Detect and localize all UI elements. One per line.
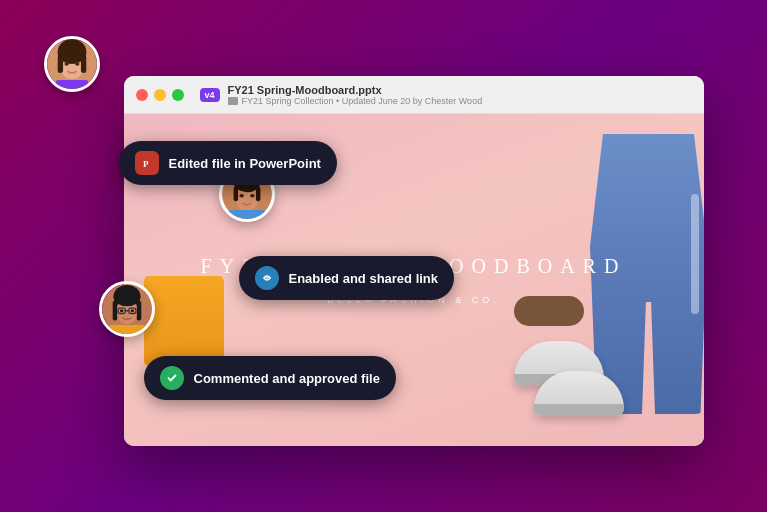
svg-rect-30	[109, 325, 145, 334]
svg-point-22	[113, 287, 140, 307]
svg-point-17	[250, 194, 254, 198]
svg-rect-5	[57, 55, 62, 73]
pill-comment-label: Commented and approved file	[194, 371, 380, 386]
tab-filename: FY21 Spring-Moodboard.pptx	[228, 84, 483, 96]
svg-point-16	[239, 194, 243, 198]
svg-point-29	[130, 309, 134, 312]
svg-rect-18	[229, 210, 265, 219]
link-icon	[255, 266, 279, 290]
pill-link: Enabled and shared link	[239, 256, 455, 300]
svg-rect-24	[136, 301, 140, 321]
svg-text:P: P	[143, 159, 149, 169]
tab-breadcrumb: FY21 Spring Collection • Updated June 20…	[228, 96, 483, 106]
avatar-woman-2	[99, 281, 155, 337]
pill-powerpoint-label: Edited file in PowerPoint	[169, 156, 321, 171]
tab-title-group: FY21 Spring-Moodboard.pptx FY21 Spring C…	[228, 84, 483, 106]
pill-powerpoint: P Edited file in PowerPoint	[119, 141, 337, 185]
traffic-light-green[interactable]	[172, 89, 184, 101]
svg-rect-6	[80, 55, 85, 73]
svg-rect-0	[228, 97, 238, 105]
sneaker-decoration	[514, 341, 624, 416]
browser-tab-info: v4 FY21 Spring-Moodboard.pptx FY21 Sprin…	[200, 84, 483, 106]
version-badge: v4	[200, 88, 220, 102]
traffic-light-yellow[interactable]	[154, 89, 166, 101]
svg-point-8	[75, 62, 79, 66]
svg-rect-14	[233, 187, 237, 201]
browser-titlebar: v4 FY21 Spring-Moodboard.pptx FY21 Sprin…	[124, 76, 704, 114]
svg-point-7	[64, 62, 68, 66]
scene-container: v4 FY21 Spring-Moodboard.pptx FY21 Sprin…	[44, 36, 724, 476]
svg-rect-9	[55, 80, 87, 89]
pill-link-label: Enabled and shared link	[289, 271, 439, 286]
powerpoint-icon: P	[135, 151, 159, 175]
checkmark-icon	[160, 366, 184, 390]
traffic-light-red[interactable]	[136, 89, 148, 101]
svg-point-28	[119, 309, 123, 312]
avatar-woman-1	[44, 36, 100, 92]
svg-rect-15	[255, 187, 259, 201]
pill-comment: Commented and approved file	[144, 356, 396, 400]
svg-rect-23	[112, 301, 116, 321]
